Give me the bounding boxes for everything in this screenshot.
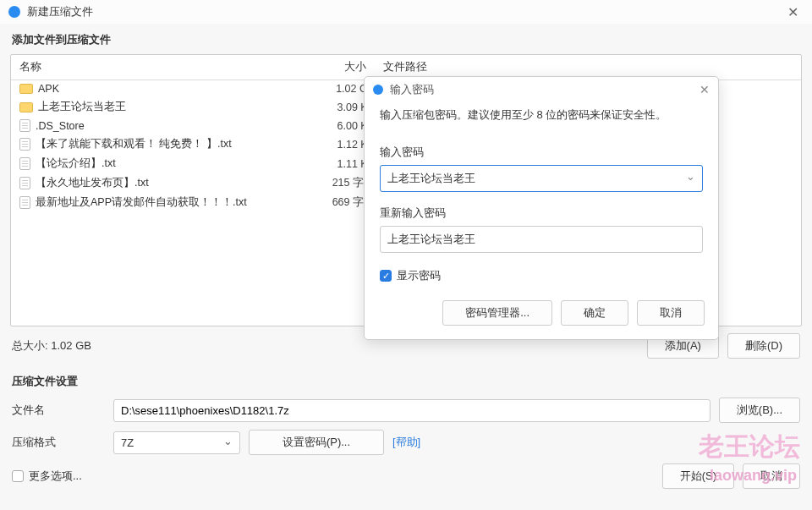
dialog-hint: 输入压缩包密码。建议使用至少 8 位的密码来保证安全性。 <box>380 107 703 123</box>
ok-button[interactable]: 确定 <box>561 300 628 326</box>
settings-label: 压缩文件设置 <box>0 365 812 394</box>
format-row: 压缩格式 7Z 设置密码(P)... [帮助] <box>0 426 812 458</box>
file-name: 【论坛介绍】.txt <box>36 156 116 171</box>
filename-label: 文件名 <box>12 403 105 418</box>
filename-row: 文件名 浏览(B)... <box>0 394 812 426</box>
file-name: 最新地址及APP请发邮件自动获取！！！.txt <box>36 195 247 210</box>
show-password-checkbox[interactable] <box>380 270 392 282</box>
more-checkbox[interactable] <box>12 470 24 482</box>
format-label: 压缩格式 <box>12 435 105 450</box>
window-title: 新建压缩文件 <box>27 4 93 19</box>
repassword-value: 上老王论坛当老王 <box>387 233 475 245</box>
col-name[interactable]: 名称 <box>11 55 315 80</box>
bottom-actions: 更多选项... 开始(S) 取消 <box>0 458 812 499</box>
window-close-icon[interactable]: ✕ <box>782 3 804 22</box>
repassword-input[interactable]: 上老王论坛当老王 <box>380 226 703 253</box>
show-password-label: 显示密码 <box>397 268 441 283</box>
section-label: 添加文件到压缩文件 <box>0 24 812 54</box>
file-icon <box>19 177 30 189</box>
file-name: APK <box>38 83 59 95</box>
show-password-row[interactable]: 显示密码 <box>380 268 703 283</box>
dialog-titlebar: 输入密码 ✕ <box>365 77 718 102</box>
more-options[interactable]: 更多选项... <box>12 469 82 484</box>
file-icon <box>19 119 30 132</box>
chevron-down-icon[interactable]: ⌄ <box>686 170 695 183</box>
password-manager-button[interactable]: 密码管理器... <box>442 300 552 326</box>
folder-icon <box>19 84 33 94</box>
password-label: 输入密码 <box>380 145 703 160</box>
filename-input[interactable] <box>113 399 710 422</box>
password-input[interactable]: 上老王论坛当老王 ⌄ <box>380 165 703 192</box>
delete-button[interactable]: 删除(D) <box>727 333 800 359</box>
file-icon <box>19 157 30 170</box>
dialog-icon <box>373 85 383 95</box>
dialog-cancel-button[interactable]: 取消 <box>637 300 705 326</box>
dialog-title: 输入密码 <box>390 82 434 97</box>
more-label: 更多选项... <box>29 469 82 484</box>
browse-button[interactable]: 浏览(B)... <box>719 398 800 423</box>
file-name: 【永久地址发布页】.txt <box>36 176 149 190</box>
total-size: 总大小: 1.02 GB <box>12 338 91 354</box>
start-button[interactable]: 开始(S) <box>662 463 734 489</box>
password-value: 上老王论坛当老王 <box>387 172 475 184</box>
format-select[interactable]: 7Z <box>113 431 240 454</box>
file-icon <box>19 196 30 209</box>
file-name: 上老王论坛当老王 <box>38 100 126 114</box>
dialog-close-icon[interactable]: ✕ <box>700 83 710 96</box>
folder-icon <box>19 102 33 112</box>
help-link[interactable]: [帮助] <box>392 435 420 450</box>
titlebar: 新建压缩文件 ✕ <box>0 0 812 24</box>
repassword-label: 重新输入密码 <box>380 206 703 221</box>
file-name: .DS_Store <box>36 120 85 132</box>
cancel-button[interactable]: 取消 <box>743 463 800 489</box>
file-name: 【来了就能下载和观看！ 纯免费！ 】.txt <box>36 137 232 151</box>
format-value: 7Z <box>121 436 134 449</box>
app-icon <box>8 6 20 18</box>
set-password-button[interactable]: 设置密码(P)... <box>249 430 384 455</box>
password-dialog: 输入密码 ✕ 输入压缩包密码。建议使用至少 8 位的密码来保证安全性。 输入密码… <box>364 76 719 340</box>
file-icon <box>19 138 30 151</box>
